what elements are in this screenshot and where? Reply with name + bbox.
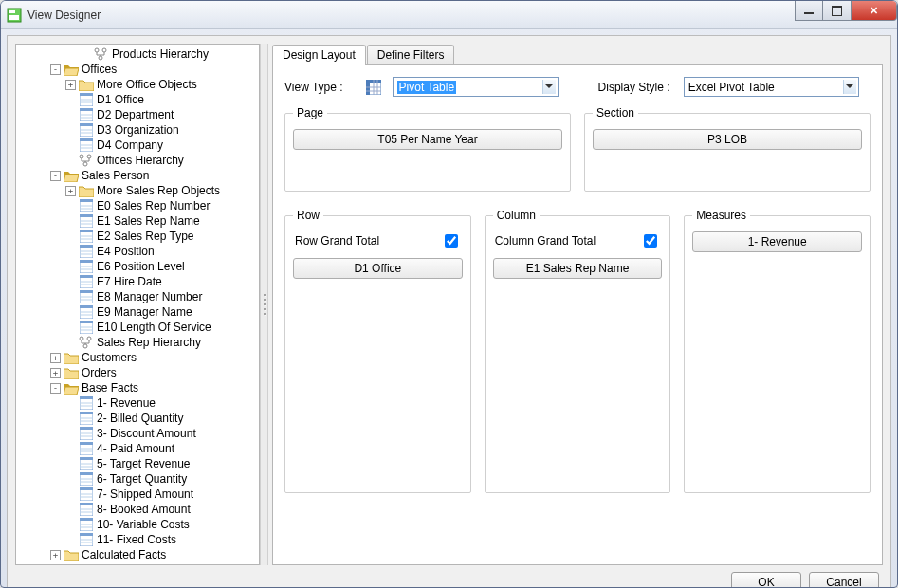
tree-node-label: D4 Company	[97, 138, 163, 152]
svg-rect-65	[80, 396, 93, 399]
column-zone[interactable]: Column Column Grand Total E1 Sales Rep N…	[485, 209, 671, 493]
row-zone[interactable]: Row Row Grand Total D1 Office	[284, 209, 471, 493]
row-grand-total-checkbox[interactable]	[445, 234, 458, 248]
column-zone-item[interactable]: E1 Sales Rep Name	[493, 258, 663, 279]
maximize-button[interactable]	[823, 1, 852, 21]
measures-zone-title: Measures	[692, 209, 750, 222]
tree-node[interactable]: Sales Rep Hierarchy	[16, 335, 259, 350]
column-icon	[79, 244, 94, 259]
svg-point-62	[87, 337, 91, 340]
column-icon	[79, 92, 94, 107]
tree-toggle-blank	[65, 307, 76, 318]
tree-node[interactable]: 7- Shipped Amount	[16, 487, 259, 502]
column-icon	[79, 532, 94, 547]
tree-node[interactable]: 3- Discount Amount	[16, 426, 259, 441]
tab-design-layout[interactable]: Design Layout	[272, 45, 366, 65]
tree-toggle[interactable]: +	[50, 353, 61, 363]
row-zone-item[interactable]: D1 Office	[293, 258, 463, 279]
tree-node-label: E6 Position Level	[97, 260, 185, 273]
tree-toggle[interactable]: +	[65, 186, 76, 196]
tree-node[interactable]: D2 Department	[16, 107, 259, 122]
titlebar[interactable]: View Designer	[1, 1, 897, 29]
tree-node[interactable]: Offices Hierarchy	[16, 153, 259, 168]
tree-node[interactable]: +Calculated Facts	[16, 547, 259, 562]
svg-rect-1	[9, 10, 15, 13]
tree-node[interactable]: E7 Hire Date	[16, 274, 259, 289]
column-zone-title: Column	[493, 209, 540, 222]
tree-node[interactable]: E4 Position	[16, 244, 259, 259]
tree-node[interactable]: D3 Organization	[16, 122, 259, 138]
dialog-footer: OK Cancel	[15, 565, 883, 588]
tree-node[interactable]: E10 Length Of Service	[16, 320, 259, 335]
tree-node-label: 11- Fixed Costs	[97, 533, 176, 546]
tree-node[interactable]: +More Sales Rep Objects	[16, 183, 259, 198]
cancel-button[interactable]: Cancel	[809, 572, 879, 588]
subject-area-tree[interactable]: Products Hierarchy-Offices+More Office O…	[15, 44, 260, 565]
svg-point-61	[80, 337, 83, 340]
window: View Designer Products Hierarchy-Offices…	[0, 0, 898, 588]
tree-node[interactable]: +Customers	[16, 350, 259, 365]
splitter[interactable]	[260, 44, 268, 565]
tree-toggle[interactable]: +	[50, 550, 61, 560]
column-icon	[79, 274, 94, 289]
tree-node[interactable]: -Base Facts	[16, 380, 259, 395]
tree-node[interactable]: 4- Paid Amount	[16, 441, 259, 456]
measures-zone-item[interactable]: 1- Revenue	[692, 231, 862, 252]
tree-toggle-blank	[65, 429, 76, 439]
tree-node[interactable]: 2- Billed Quantity	[16, 411, 259, 426]
tree-node[interactable]: E2 Sales Rep Type	[16, 229, 259, 244]
tree-node[interactable]: D4 Company	[16, 138, 259, 153]
tree-node[interactable]: E8 Manager Number	[16, 289, 259, 304]
svg-rect-46	[80, 275, 93, 278]
tree-node[interactable]: E1 Sales Rep Name	[16, 213, 259, 229]
tree-node[interactable]: D1 Office	[16, 92, 259, 107]
page-zone[interactable]: Page T05 Per Name Year	[284, 106, 571, 192]
tree-node-label: 10- Variable Costs	[97, 518, 190, 531]
tree-toggle-blank	[65, 125, 76, 136]
tree-node[interactable]: +More Office Objects	[16, 77, 259, 92]
ok-button[interactable]: OK	[731, 572, 801, 588]
tree-node-label: E8 Manager Number	[97, 290, 202, 303]
display-style-value: Excel Pivot Table	[688, 81, 775, 94]
tree-node[interactable]: E6 Position Level	[16, 259, 259, 274]
tree-node[interactable]: 8- Booked Amount	[16, 502, 259, 517]
tree-toggle-blank	[65, 95, 76, 105]
tree-node[interactable]: -Offices	[16, 62, 259, 77]
hierarchy-icon	[94, 46, 109, 62]
svg-rect-11	[80, 108, 93, 111]
page-zone-item[interactable]: T05 Per Name Year	[293, 129, 562, 150]
tree-toggle[interactable]: +	[65, 80, 76, 90]
tree-node-label: E7 Hire Date	[97, 275, 162, 288]
measures-zone[interactable]: Measures 1- Revenue	[684, 209, 871, 493]
tab-content: View Type : Pivot Table Display Style : …	[272, 65, 883, 565]
tree-node[interactable]: 5- Target Revenue	[16, 456, 259, 471]
folder-icon	[64, 62, 79, 77]
tree-node-label: Offices	[82, 63, 117, 76]
tree-toggle-blank	[65, 247, 76, 257]
close-button[interactable]	[852, 1, 897, 21]
client-area: Products Hierarchy-Offices+More Office O…	[7, 35, 891, 588]
tree-node[interactable]: -Sales Person	[16, 168, 259, 183]
tree-toggle[interactable]: -	[50, 171, 61, 181]
tree-toggle[interactable]: +	[50, 368, 61, 378]
tree-node[interactable]: Products Hierarchy	[16, 46, 259, 62]
tree-node[interactable]: 11- Fixed Costs	[16, 532, 259, 547]
view-type-combo[interactable]: Pivot Table	[393, 77, 559, 97]
section-zone-item[interactable]: P3 LOB	[593, 129, 862, 150]
tree-toggle[interactable]: -	[50, 64, 61, 75]
tree-node[interactable]: E0 Sales Rep Number	[16, 198, 259, 213]
display-style-combo[interactable]: Excel Pivot Table	[684, 77, 859, 97]
tree-node[interactable]: 6- Target Quantity	[16, 471, 259, 487]
tree-node[interactable]: E9 Manager Name	[16, 304, 259, 320]
column-grand-total-checkbox[interactable]	[644, 234, 657, 248]
tree-node[interactable]: 10- Variable Costs	[16, 517, 259, 532]
tree-toggle-blank	[65, 489, 76, 500]
tab-define-filters[interactable]: Define Filters	[367, 45, 455, 64]
tree-toggle[interactable]: -	[50, 383, 61, 394]
tree-node[interactable]: 1- Revenue	[16, 395, 259, 411]
minimize-button[interactable]	[795, 1, 823, 21]
column-icon	[79, 304, 94, 320]
tree-node-label: Offices Hierarchy	[97, 154, 184, 167]
section-zone[interactable]: Section P3 LOB	[584, 106, 871, 192]
tree-node[interactable]: +Orders	[16, 365, 259, 380]
